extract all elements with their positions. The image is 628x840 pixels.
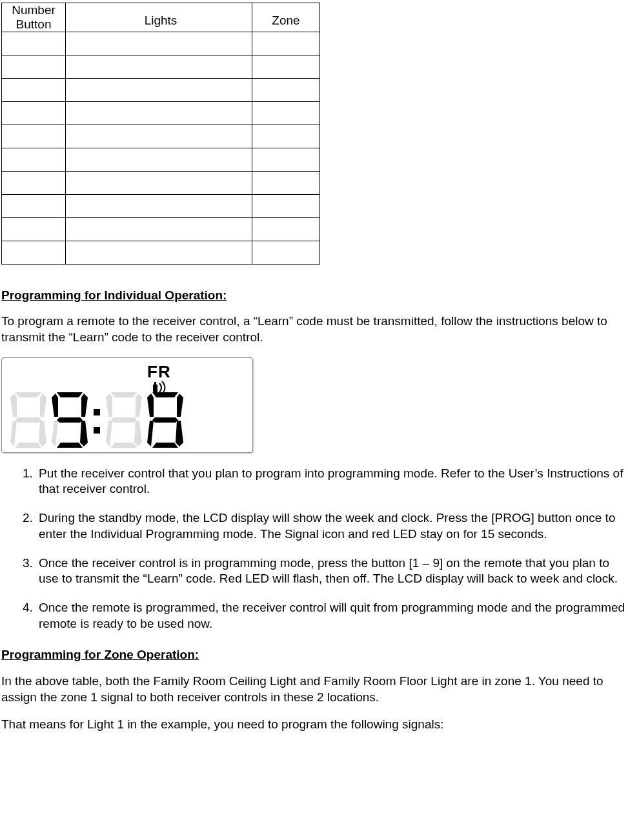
svg-marker-13 (52, 421, 58, 446)
seven-segment-blank (9, 391, 48, 449)
table-row (2, 55, 320, 78)
list-item: Once the receiver control is in programm… (36, 555, 628, 587)
table-row (2, 32, 320, 55)
seven-segment-digit (50, 391, 89, 449)
list-item: Put the receiver control that you plan t… (36, 466, 628, 497)
table-row (2, 101, 320, 125)
svg-marker-29 (147, 421, 154, 446)
svg-marker-2 (15, 392, 41, 397)
svg-marker-7 (10, 394, 17, 417)
svg-marker-26 (177, 394, 183, 417)
intro-paragraph: To program a remote to the receiver cont… (1, 314, 628, 345)
svg-marker-28 (152, 443, 178, 448)
svg-marker-25 (152, 392, 178, 397)
table-row (2, 125, 320, 148)
heading-individual-programming: Programming for Individual Operation: (1, 288, 628, 304)
lights-zone-table: NumberButton Lights Zone (1, 3, 320, 265)
svg-marker-12 (57, 443, 83, 448)
svg-marker-8 (15, 417, 41, 423)
table-header-lights: Lights (66, 3, 252, 32)
seven-segment-digit (146, 391, 185, 449)
svg-marker-21 (111, 443, 137, 448)
steps-list: Put the receiver control that you plan t… (1, 466, 628, 632)
svg-rect-1 (154, 382, 156, 385)
svg-marker-11 (80, 421, 88, 446)
svg-marker-20 (134, 421, 142, 446)
svg-marker-22 (106, 421, 112, 446)
svg-marker-15 (57, 417, 83, 423)
table-header-zone: Zone (252, 3, 320, 32)
svg-rect-17 (94, 427, 100, 434)
svg-marker-18 (111, 392, 137, 397)
svg-marker-24 (111, 417, 137, 423)
table-row (2, 148, 320, 171)
list-item: During the standby mode, the LCD display… (36, 510, 628, 542)
svg-marker-31 (152, 417, 178, 423)
table-row (2, 241, 320, 264)
svg-rect-16 (94, 409, 100, 415)
table-row (2, 78, 320, 101)
lcd-illustration: FR (1, 357, 253, 453)
svg-marker-6 (10, 421, 17, 446)
zone-paragraph-1: In the above table, both the Family Room… (1, 674, 628, 705)
table-row (2, 194, 320, 217)
svg-marker-5 (15, 443, 41, 448)
colon-icon (92, 391, 102, 449)
heading-zone-programming: Programming for Zone Operation: (1, 647, 628, 663)
svg-marker-14 (52, 394, 58, 417)
zone-paragraph-2: That means for Light 1 in the example, y… (1, 717, 628, 733)
table-row (2, 217, 320, 241)
seven-segment-blank (105, 391, 143, 449)
svg-marker-3 (40, 394, 46, 417)
svg-marker-19 (136, 394, 142, 417)
svg-marker-10 (81, 394, 88, 417)
list-item: Once the remote is programmed, the recei… (36, 600, 628, 632)
svg-marker-23 (106, 394, 112, 417)
svg-marker-30 (147, 394, 154, 417)
table-row (2, 171, 320, 194)
lcd-digits (9, 391, 249, 449)
table-header-number: NumberButton (2, 3, 65, 32)
svg-marker-4 (39, 421, 46, 446)
svg-marker-27 (176, 421, 183, 446)
svg-marker-9 (57, 392, 83, 397)
lcd-day-label: FR (147, 361, 171, 383)
